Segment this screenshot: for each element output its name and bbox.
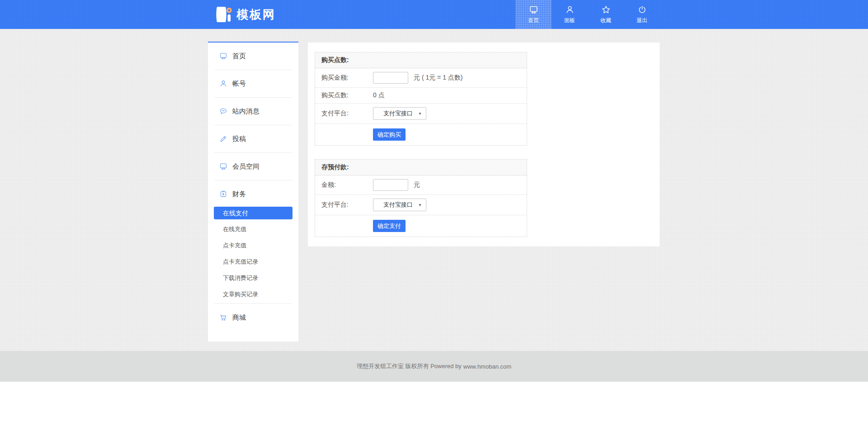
chevron-down-icon: ▼ [418, 112, 422, 116]
sidebar-item-shop[interactable]: 商城 [208, 304, 298, 331]
confirm-purchase-button[interactable]: 确定购买 [373, 128, 406, 141]
buy-points-form: 购买点数: 购买金额: 元 ( 1元 = 1 点数) 购买点数: 0 点 支付平… [315, 52, 527, 146]
buy-amount-input[interactable] [373, 72, 408, 84]
nav-menu: 首页 面板 收藏 退出 [515, 0, 660, 29]
footer-copyright: 理想开发组工作室 版权所有 Powered by [357, 362, 462, 370]
brand-logo[interactable]: 模板网 [208, 5, 276, 24]
pen-icon [219, 135, 227, 143]
sidebar-item-home[interactable]: 首页 [208, 43, 298, 70]
main-content: 购买点数: 购买金额: 元 ( 1元 = 1 点数) 购买点数: 0 点 支付平… [308, 43, 660, 246]
power-icon [637, 5, 647, 14]
sidebar-subitem-download-records[interactable]: 下载消费记录 [214, 272, 292, 284]
sidebar: 首页 帐号 站内消息 投稿 会员空间 [208, 42, 298, 341]
buy-platform-selected-value: 支付宝接口 [383, 109, 413, 118]
buy-platform-row: 支付平台: 支付宝接口 ▼ [315, 104, 527, 124]
sidebar-subitem-online-payment[interactable]: 在线支付 [214, 207, 292, 219]
monitor-icon [219, 162, 227, 171]
prepay-submit-row: 确定支付 [315, 215, 527, 237]
sidebar-subitem-article-purchase-records[interactable]: 文章购买记录 [214, 288, 292, 301]
sidebar-item-messages[interactable]: 站内消息 [208, 98, 298, 125]
user-icon [565, 5, 575, 14]
chevron-down-icon: ▼ [418, 203, 422, 207]
buy-platform-label: 支付平台: [321, 109, 373, 118]
sidebar-item-label: 站内消息 [232, 107, 259, 116]
sidebar-subitem-online-recharge[interactable]: 在线充值 [214, 223, 292, 236]
footer-site-link[interactable]: www.hmoban.com [463, 363, 511, 370]
user-icon [219, 80, 227, 88]
prepay-amount-suffix: 元 [414, 181, 420, 189]
prepay-platform-select[interactable]: 支付宝接口 ▼ [373, 199, 426, 211]
buy-submit-row: 确定购买 [315, 124, 527, 145]
nav-item-label: 面板 [564, 17, 575, 24]
prepay-amount-row: 金额: 元 [315, 175, 527, 195]
nav-inner: 模板网 首页 面板 收藏 退出 [208, 0, 660, 29]
prepay-platform-selected-value: 支付宝接口 [383, 201, 413, 209]
confirm-payment-button[interactable]: 确定支付 [373, 220, 406, 232]
nav-item-favorites[interactable]: 收藏 [588, 0, 624, 29]
sidebar-subitem-card-recharge-records[interactable]: 点卡充值记录 [214, 256, 292, 268]
prepay-amount-label: 金额: [321, 181, 373, 189]
nav-item-label: 首页 [528, 17, 539, 24]
buy-amount-label: 购买金额: [321, 74, 373, 82]
cart-icon [219, 313, 227, 322]
star-icon [601, 5, 611, 14]
monitor-icon [529, 5, 538, 14]
prepay-form: 存预付款: 金额: 元 支付平台: 支付宝接口 ▼ 确定支付 [315, 159, 527, 237]
prepay-title: 存预付款: [315, 160, 527, 175]
prepay-platform-label: 支付平台: [321, 201, 373, 209]
sidebar-item-account[interactable]: 帐号 [208, 70, 298, 97]
buy-platform-select[interactable]: 支付宝接口 ▼ [373, 107, 426, 120]
buy-amount-row: 购买金额: 元 ( 1元 = 1 点数) [315, 68, 527, 88]
prepay-platform-row: 支付平台: 支付宝接口 ▼ [315, 195, 527, 215]
points-row: 购买点数: 0 点 [315, 88, 527, 104]
nav-item-label: 收藏 [600, 17, 611, 24]
points-value: 0 点 [373, 91, 385, 99]
sidebar-finance-submenu: 在线支付 在线充值 点卡充值 点卡充值记录 下载消费记录 文章购买记录 [208, 207, 298, 303]
safe-icon [219, 190, 227, 198]
top-navbar: 模板网 首页 面板 收藏 退出 [0, 0, 868, 29]
monitor-icon [219, 52, 227, 60]
sidebar-item-label: 帐号 [232, 79, 246, 88]
page-body: 首页 帐号 站内消息 投稿 会员空间 [0, 29, 868, 351]
nav-item-panel[interactable]: 面板 [552, 0, 588, 29]
sidebar-item-finance[interactable]: 财务 [208, 180, 298, 203]
sidebar-subitem-card-recharge[interactable]: 点卡充值 [214, 239, 292, 252]
sidebar-item-label: 首页 [232, 52, 246, 61]
sidebar-item-label: 财务 [232, 189, 246, 199]
nav-item-label: 退出 [637, 17, 647, 24]
buy-amount-suffix: 元 ( 1元 = 1 点数) [414, 74, 463, 82]
sidebar-item-label: 会员空间 [232, 162, 259, 171]
sidebar-item-submit[interactable]: 投稿 [208, 125, 298, 152]
buy-points-title: 购买点数: [315, 52, 527, 68]
sidebar-item-member-space[interactable]: 会员空间 [208, 153, 298, 180]
sidebar-item-label: 投稿 [232, 134, 246, 143]
sidebar-item-label: 商城 [232, 313, 246, 322]
nav-item-logout[interactable]: 退出 [624, 0, 660, 29]
nav-item-home[interactable]: 首页 [515, 0, 552, 29]
prepay-amount-input[interactable] [373, 179, 408, 191]
page-footer: 理想开发组工作室 版权所有 Powered by www.hmoban.com [0, 351, 868, 382]
brand-logo-mark-icon [213, 5, 232, 24]
points-label: 购买点数: [321, 91, 373, 99]
content-columns: 首页 帐号 站内消息 投稿 会员空间 [208, 42, 660, 341]
message-icon [219, 107, 227, 115]
brand-name: 模板网 [236, 7, 276, 23]
